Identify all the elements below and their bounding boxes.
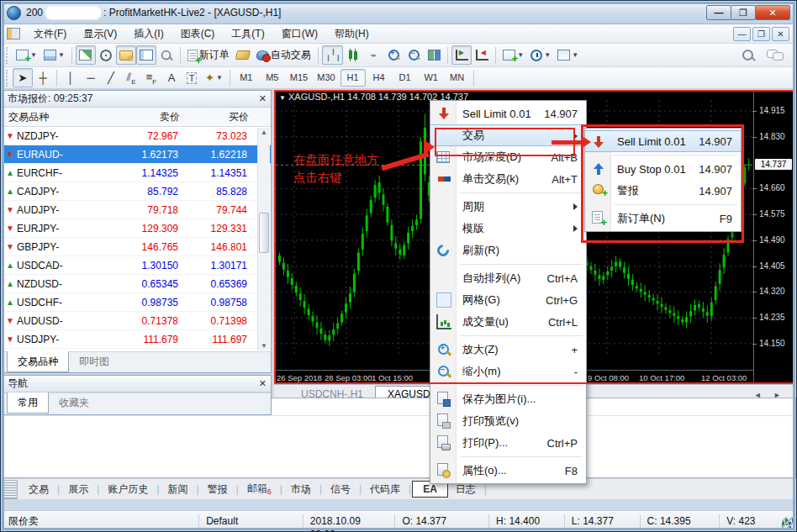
menu-t[interactable]: 工具(T) — [223, 24, 272, 44]
context-menu-item-14[interactable]: −缩小(m)- — [430, 361, 586, 382]
context-menu-item-5[interactable]: 周期 — [430, 196, 586, 218]
trade-submenu-item-5[interactable]: 新订单(N)F9 — [585, 208, 741, 229]
crosshair-target-button[interactable] — [96, 45, 116, 65]
cursor-button[interactable]: ➤ — [13, 68, 33, 87]
scroll-down-icon[interactable]: ▼ — [258, 342, 270, 350]
navigator-tab[interactable]: 收藏夹 — [49, 393, 99, 413]
context-menu-item-18[interactable]: 打印(P)...Ctrl+P — [430, 432, 586, 454]
scroll-up-icon[interactable]: ▲ — [258, 129, 270, 136]
context-menu-item-20[interactable]: 属性(o)...F8 — [430, 460, 586, 482]
crosshair-button[interactable]: ┼ — [33, 68, 53, 87]
timeframe-m5-button[interactable]: M5 — [260, 69, 285, 87]
menu-c[interactable]: 图表(C) — [172, 24, 224, 44]
zoom-in-button[interactable]: + — [383, 45, 404, 65]
terminal-dock-button[interactable] — [3, 480, 18, 499]
market-watch-row-cadjpy[interactable]: ▲CADJPY-85.79285.828 — [3, 182, 271, 201]
trade-submenu-item-3[interactable]: 警报14.907 — [585, 180, 741, 202]
text-label-button[interactable]: T — [182, 68, 202, 87]
trade-submenu-item-0[interactable]: Sell Limit 0.0114.907 — [585, 130, 741, 152]
timeframe-h1-button[interactable]: H1 — [340, 69, 366, 87]
market-watch-row-usdcad[interactable]: ▲USDCAD-1.301501.30171 — [3, 256, 271, 275]
timeframe-m15-button[interactable]: M15 — [286, 69, 312, 87]
market-watch-row-nzdusd[interactable]: ▲NZDUSD-0.653450.65369 — [3, 275, 271, 293]
context-menu-item-7[interactable]: 刷新(R) — [430, 240, 586, 261]
bar-chart-button[interactable]: ╷╵╷ — [322, 45, 343, 65]
tile-windows-button[interactable] — [424, 45, 444, 65]
horizontal-line-button[interactable]: ─ — [81, 68, 101, 87]
market-watch-button[interactable] — [136, 45, 156, 65]
timeframe-mn-button[interactable]: MN — [445, 69, 470, 87]
market-watch-tab[interactable]: 交易品种 — [7, 351, 69, 372]
market-watch-row-nzdjpy[interactable]: ▼NZDJPY-72.96773.023 — [3, 127, 271, 145]
market-watch-row-audjpy[interactable]: ▼AUDJPY-79.71879.744 — [3, 201, 271, 219]
restore-button[interactable]: ❐ — [731, 5, 756, 20]
status-template[interactable]: Default — [199, 514, 303, 528]
parcel-button[interactable] — [233, 45, 253, 65]
close-icon[interactable]: ✕ — [259, 93, 267, 104]
price-axis[interactable]: 14.91514.83014.66014.57514.49014.40514.3… — [753, 90, 794, 384]
fibonacci-button[interactable]: ≡F — [141, 68, 161, 87]
context-menu-item-3[interactable]: 单击交易(k)Alt+T — [430, 168, 586, 190]
shapes-button[interactable]: ✦▼ — [202, 68, 226, 87]
periods-button[interactable]: ▼ — [527, 45, 554, 65]
market-watch-row-usdchf[interactable]: ▲USDCHF-0.987350.98758 — [3, 293, 271, 312]
timeframe-d1-button[interactable]: D1 — [393, 69, 418, 87]
market-watch-row-eurjpy[interactable]: ▼EURJPY-129.309129.331 — [3, 219, 271, 238]
chat-icon[interactable] — [767, 49, 782, 60]
shift-chart-button[interactable] — [451, 45, 472, 65]
market-watch-row-audusd[interactable]: ▼AUDUSD-0.713780.71398 — [3, 312, 271, 330]
market-watch-scrollbar[interactable]: ▲ ▼ — [257, 128, 270, 350]
terminal-tab-item1[interactable]: 展示 — [61, 480, 96, 499]
market-watch-row-gbpjpy[interactable]: ▼GBPJPY-146.765146.801 — [3, 238, 271, 256]
line-chart-button[interactable]: ⌁ — [363, 45, 383, 65]
data-window-button[interactable] — [156, 45, 177, 65]
trendline-button[interactable]: ╱ — [101, 68, 121, 87]
terminal-tab-item0[interactable]: 交易 — [21, 480, 56, 499]
candlestick-button[interactable] — [343, 45, 363, 65]
toolbar-grip[interactable] — [6, 70, 10, 87]
autotrade-button[interactable]: 自动交易 — [253, 45, 314, 65]
timeframe-m30-button[interactable]: M30 — [313, 69, 339, 87]
timeframe-w1-button[interactable]: W1 — [419, 69, 444, 87]
mdi-restore-button[interactable]: ❐ — [752, 27, 770, 41]
minimize-button[interactable]: — — [706, 5, 731, 20]
menu-i[interactable]: 插入(I) — [125, 24, 172, 44]
terminal-tab-item8[interactable]: 代码库 — [362, 480, 408, 499]
close-icon[interactable]: ✕ — [259, 378, 267, 389]
new-chart-button[interactable]: ▼ — [13, 45, 40, 65]
market-watch-tab[interactable]: 即时图 — [69, 352, 119, 371]
market-watch-row-euraud[interactable]: ▼EURAUD-1.621731.62218 — [3, 145, 271, 164]
channel-button[interactable]: ⫽E — [121, 68, 141, 87]
search-icon[interactable] — [742, 49, 755, 62]
market-watch-row-usdjpy[interactable]: ▼USDJPY-111.679111.697 — [3, 330, 271, 349]
navigator-tab[interactable]: 常用 — [7, 392, 49, 413]
mdi-close-button[interactable]: ✕ — [772, 27, 789, 41]
context-menu-item-16[interactable]: 保存为图片(i)... — [430, 388, 586, 410]
terminal-tab-item4[interactable]: 警报 — [200, 480, 235, 499]
context-menu-item-17[interactable]: 打印预览(v) — [430, 410, 586, 432]
context-menu-item-11[interactable]: 成交量(u)Ctrl+L — [430, 311, 586, 333]
profiles-button[interactable]: ▼ — [40, 45, 68, 65]
terminal-tab-item7[interactable]: 信号 — [323, 480, 358, 499]
timeframe-h4-button[interactable]: H4 — [367, 69, 392, 87]
context-menu-item-9[interactable]: 自动排列(A)Ctrl+A — [430, 267, 586, 289]
context-menu-item-0[interactable]: Sell Limit 0.0114.907 — [430, 103, 586, 124]
chevron-down-icon[interactable]: ▼ — [279, 94, 286, 102]
vertical-line-button[interactable]: │ — [61, 68, 81, 87]
menu-v[interactable]: 显示(V) — [75, 24, 125, 44]
context-menu-item-6[interactable]: 模版 — [430, 218, 586, 240]
resize-grip[interactable] — [782, 517, 794, 529]
indicators-button[interactable]: ▼ — [499, 45, 527, 65]
toolbar-grip[interactable] — [6, 47, 10, 64]
terminal-tab-item5[interactable]: 邮箱6 — [240, 479, 279, 498]
auto-scroll-button[interactable] — [472, 45, 492, 65]
market-watch-row-eurchf[interactable]: ▲EURCHF-1.143251.14351 — [3, 164, 271, 182]
zoom-out-button[interactable]: − — [404, 45, 424, 65]
templates-button[interactable]: ▼ — [554, 45, 582, 65]
menu-f[interactable]: 文件(F) — [25, 24, 75, 44]
context-menu-item-10[interactable]: 网格(G)Ctrl+G — [430, 289, 586, 311]
text-button[interactable]: A — [161, 68, 182, 87]
context-menu-item-13[interactable]: +放大(Z)+ — [430, 339, 586, 361]
context-menu-item-2[interactable]: 市场深度(D)Alt+B — [430, 146, 586, 168]
menu-w[interactable]: 窗口(W) — [273, 24, 326, 44]
